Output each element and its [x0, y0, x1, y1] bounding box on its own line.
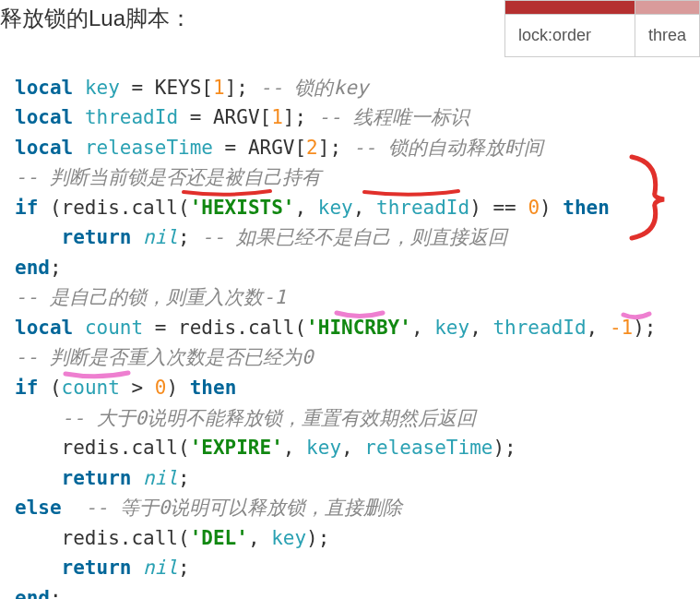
code-line: return nil;	[15, 467, 190, 489]
code-line: local count = redis.call('HINCRBY', key,…	[15, 317, 656, 339]
code-line: else -- 等于0说明可以释放锁，直接删除	[15, 497, 402, 519]
code-line: if (redis.call('HEXISTS', key, threadId)…	[15, 197, 610, 219]
code-line: end;	[15, 587, 62, 599]
code-line: end;	[15, 257, 62, 279]
annotation-red-brace-icon	[627, 151, 673, 244]
code-line: return nil;	[15, 557, 190, 579]
code-line: local threadId = ARGV[1]; -- 线程唯一标识	[15, 106, 469, 128]
code-line: -- 大于0说明不能释放锁，重置有效期然后返回	[15, 407, 476, 429]
code-line: redis.call('DEL', key);	[15, 527, 329, 549]
code-line: local key = KEYS[1]; -- 锁的key	[15, 77, 368, 99]
code-line: -- 判断是否重入次数是否已经为0	[15, 346, 314, 368]
code-line: redis.call('EXPIRE', key, releaseTime);	[15, 437, 516, 459]
lua-code-block: local key = KEYS[1]; -- 锁的key local thre…	[0, 42, 700, 599]
code-line: if (count > 0) then	[15, 377, 236, 399]
code-line: -- 判断当前锁是否还是被自己持有	[15, 166, 321, 188]
code-line: return nil; -- 如果已经不是自己，则直接返回	[15, 226, 507, 248]
code-line: local releaseTime = ARGV[2]; -- 锁的自动释放时间	[15, 137, 543, 159]
code-line: -- 是自己的锁，则重入次数-1	[15, 286, 286, 308]
